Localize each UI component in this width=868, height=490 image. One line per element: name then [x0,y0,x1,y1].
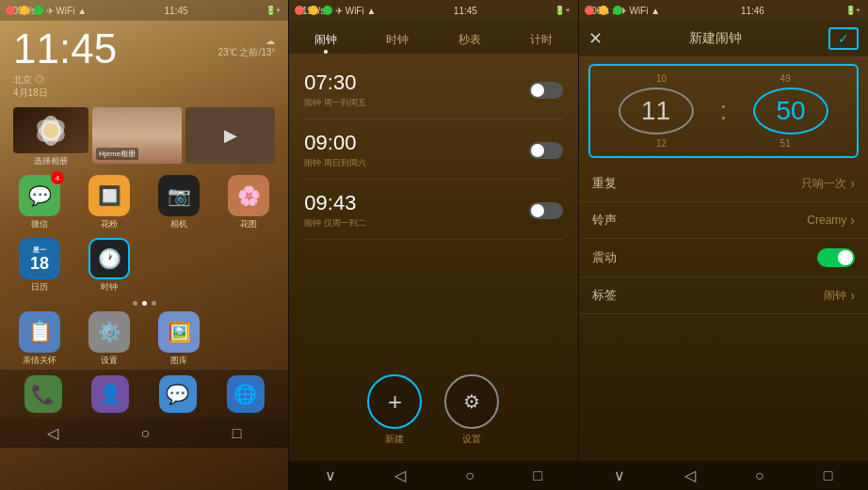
nav-bar-new: ∨ ◁ ○ □ [579,461,868,490]
app-dock: 📞 👤 💬 🌐 [0,369,288,419]
clock-icon: 🕐 [88,238,130,279]
app-flower[interactable]: 🌸 花图 [217,175,281,230]
sms-icon: 💬 [159,375,197,413]
app-clock[interactable]: 🕐 时钟 [77,238,141,293]
media-label-album: 选择相册 [34,155,68,167]
toggle-knob-2 [531,144,544,157]
flower-icon: 🌸 [228,175,269,216]
alarm-settings-fab[interactable]: ⚙ [444,374,499,429]
alarm-toggle-1[interactable] [529,82,563,99]
app-gallery[interactable]: 🖼️ 图库 [147,311,211,367]
media-thumb-video[interactable]: ▶ [185,107,275,164]
repeat-chevron: › [850,176,855,191]
dock-phone[interactable]: 📞 [24,375,62,413]
home-btn-alarm[interactable]: ○ [465,467,474,484]
alarm-tabs: 闹钟 时钟 秒表 计时 [289,21,577,54]
svg-point-3 [43,123,58,138]
down-btn-new[interactable]: ∨ [614,466,625,484]
dock-sms[interactable]: 💬 [159,375,197,413]
empty-icon-3 [228,311,269,353]
empty-icon-1 [158,238,200,279]
mac-close-btn-3[interactable] [585,6,594,15]
tab-alarm[interactable]: 闹钟 [289,26,362,54]
app-wechat[interactable]: 💬 4 微信 [8,175,72,230]
home-btn-new[interactable]: ○ [755,467,764,484]
vibrate-toggle[interactable] [817,248,855,267]
tab-stopwatch[interactable]: 秒表 [433,26,506,54]
app-calendar[interactable]: 星一 18 日历 [8,238,72,293]
recent-btn-alarm[interactable]: □ [534,467,543,484]
alarm-item-1[interactable]: 07:30 闹钟 周一到周五 [304,61,562,119]
new-alarm-close[interactable]: ✕ [588,28,603,49]
setting-ringtone[interactable]: 铃声 Creamy › [579,202,868,239]
tab-clock-label: 时钟 [386,33,409,46]
setting-tag[interactable]: 标签 闹钟 › [579,277,868,314]
tab-timer-label: 计时 [530,33,553,46]
repeat-val-text: 只响一次 [801,176,846,192]
mac-close-btn-2[interactable] [295,6,304,15]
picker-bottom-labels: 12 51 [600,138,847,149]
wechat-icon: 💬 4 [19,175,60,216]
back-btn-home[interactable]: ◁ [47,424,58,442]
app-huawei[interactable]: 🔲 花粉 [77,175,141,230]
toggle-knob-3 [531,204,544,217]
camera-icon: 📷 [158,175,200,216]
gallery-icon: 🖼️ [158,311,200,353]
media-thumb-portrait[interactable]: Hjeme相册 [92,107,182,164]
setting-vibrate[interactable]: 震动 [579,239,868,277]
dock-browser[interactable]: 🌐 [227,375,265,413]
mac-minimize-btn-2[interactable] [309,6,318,15]
dot-3 [152,301,156,306]
app-care[interactable]: 📋 亲情关怀 [8,311,72,367]
hour-selected[interactable]: 11 [619,87,694,134]
alarm-toggle-2[interactable] [529,142,563,159]
mac-fullscreen-btn[interactable] [34,6,43,15]
browser-icon: 🌐 [227,375,265,413]
tab-timer[interactable]: 计时 [506,26,578,54]
dock-contacts[interactable]: 👤 [91,375,129,413]
back-btn-alarm[interactable]: ◁ [394,466,406,484]
mac-window-controls [6,6,43,15]
home-btn-home[interactable]: ○ [140,425,150,442]
new-alarm-fab[interactable]: + [367,374,422,429]
care-label: 亲情关怀 [23,355,56,367]
app-grid-row3: 📋 亲情关怀 ⚙️ 设置 🖼️ 图库 [0,309,288,369]
camera-label: 相机 [170,218,187,230]
huawei-icon: 🔲 [88,175,130,216]
setting-repeat[interactable]: 重复 只响一次 › [579,166,868,202]
status-right: 🔋+ [265,6,281,15]
back-btn-new[interactable]: ◁ [684,466,696,484]
mac-minimize-btn[interactable] [20,6,29,15]
recent-btn-new[interactable]: □ [824,467,833,484]
media-thumb-flower[interactable] [13,107,88,153]
time-picker[interactable]: 10 49 11 : 50 12 51 [588,64,859,158]
phone-panel-home: 1096/s ♪ ✈ WiFi ▲ 11:45 🔋+ 11:45 北京 ◎4月1… [0,0,289,490]
tab-clock[interactable]: 时钟 [362,26,434,54]
app-camera[interactable]: 📷 相机 [147,175,211,230]
repeat-value: 只响一次 › [801,176,855,192]
mac-window-controls-2 [295,6,332,15]
dot-1 [133,301,137,306]
recent-btn-home[interactable]: □ [233,425,242,442]
new-alarm-confirm[interactable]: ✓ [828,27,859,50]
app-settings[interactable]: ⚙️ 设置 [77,311,141,367]
alarm-item-2[interactable]: 09:00 闹钟 周日到周六 [304,121,562,180]
status-time-2: 11:45 [454,6,477,16]
ringtone-label: 铃声 [592,212,617,229]
minute-wheel[interactable]: 50 [734,87,847,134]
alarm-item-3[interactable]: 09:43 闹钟 仅周一到二 [304,182,562,240]
mac-fullscreen-btn-2[interactable] [323,6,332,15]
mac-close-btn[interactable] [6,6,15,15]
nav-bar-alarm: ∨ ◁ ○ □ [289,461,577,490]
alarm-settings-label: 设置 [462,433,481,446]
minute-selected[interactable]: 50 [753,87,828,134]
mac-minimize-btn-3[interactable] [599,6,608,15]
vibrate-label: 震动 [592,249,617,266]
alarm-toggle-3[interactable] [529,202,563,219]
down-btn-alarm[interactable]: ∨ [325,466,336,484]
mac-fullscreen-btn-3[interactable] [613,6,622,15]
tab-active-indicator [324,50,328,54]
status-time-3: 11:46 [741,6,764,16]
hour-wheel[interactable]: 11 [600,87,713,134]
phone-panel-alarms: 2196/s ♪ ✈ WiFi ▲ 11:45 🔋+ 闹钟 时钟 秒表 计时 0… [289,0,578,490]
